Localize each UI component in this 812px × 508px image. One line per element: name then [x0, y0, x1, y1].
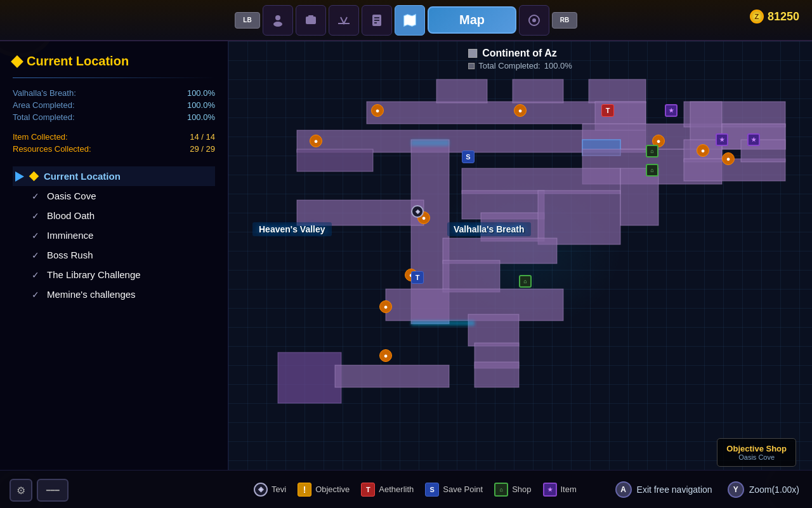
map-icon-collectible-10: ● [379, 349, 392, 362]
location-item-oasis[interactable]: ✓ Oasis Cove [13, 186, 215, 206]
location-name-boss: Boss Rush [47, 250, 93, 260]
gold-icon: Z [750, 10, 764, 23]
exit-nav-label: Exit free navigation [637, 485, 712, 495]
valhallas-breath-label: Valhalla's Breath [447, 222, 531, 236]
nav-quest-button[interactable] [362, 5, 392, 36]
play-icon [15, 171, 24, 182]
legend-save-point: S Save Point [425, 483, 483, 497]
map-icon-shop-1: ⌂ [646, 145, 658, 157]
legend-item-icon: ★ [543, 483, 557, 497]
legend-save-icon: S [425, 483, 439, 497]
continent-name: Continent of Az [468, 48, 572, 59]
map-icon-save-2: T [411, 271, 424, 284]
map-icon-collectible-6: ● [722, 152, 735, 165]
section-title: Current Location [13, 54, 215, 69]
legend-objective-label: Objective [315, 485, 350, 494]
exit-nav-hint: A Exit free navigation [615, 481, 712, 498]
location-name-imminence: Imminence [47, 230, 93, 241]
svg-rect-33 [443, 238, 557, 264]
svg-rect-21 [297, 149, 373, 171]
map-icon-collectible-2: ● [514, 104, 527, 117]
map-icon-collectible-1: ● [371, 104, 384, 117]
check-icon-library: ✓ [30, 270, 41, 280]
legend-tevi-label: Tevi [272, 485, 286, 494]
location-name-blood: Blood Oath [47, 210, 95, 221]
check-icon-memine: ✓ [30, 290, 41, 300]
location-item-memine[interactable]: ✓ Memine's challenges [13, 284, 215, 304]
svg-rect-32 [620, 168, 658, 225]
location-item-imminence[interactable]: ✓ Imminence [13, 225, 215, 245]
location-item-library[interactable]: ✓ The Library Challenge [13, 265, 215, 284]
map-total-completed: Total Completed: 100.0% [468, 61, 572, 70]
legend-aether-label: Aetherlith [379, 485, 414, 494]
svg-point-9 [532, 18, 536, 22]
nav-extra-button[interactable] [519, 5, 549, 36]
svg-rect-40 [335, 365, 449, 387]
rb-button[interactable]: RB [552, 12, 577, 29]
bottom-bar: ◈ Tevi ! Objective T Aetherlith S Save P… [0, 470, 812, 508]
section-divider [13, 77, 215, 78]
items-stat: Item Collected: 14 / 14 [13, 132, 215, 142]
nav-items-button[interactable] [296, 5, 326, 36]
objective-shop-title: Objective Shop [726, 444, 787, 453]
map-legend: ◈ Tevi ! Objective T Aetherlith S Save P… [254, 483, 577, 497]
svg-rect-11 [436, 79, 487, 103]
zoom-nav-label: Zoom(1.00x) [749, 485, 799, 495]
nav-skills-button[interactable] [329, 5, 359, 36]
check-icon-oasis: ✓ [30, 191, 41, 201]
map-icon-collectible-9: ● [379, 300, 392, 313]
svg-rect-41 [411, 321, 475, 326]
a-button[interactable]: A [615, 481, 632, 498]
map-icon-item-3: ★ [716, 133, 728, 146]
location-name-memine: Memine's challenges [47, 289, 136, 300]
map-icon-shop-3: ⌂ [519, 275, 532, 288]
map-icon-item-2: ★ [747, 133, 760, 146]
svg-rect-36 [468, 314, 519, 346]
y-button[interactable]: Y [728, 481, 744, 498]
svg-rect-38 [475, 362, 519, 387]
legend-item: ★ Item [543, 483, 577, 497]
nav-character-button[interactable] [263, 5, 293, 36]
svg-rect-34 [443, 260, 500, 292]
svg-rect-13 [589, 79, 646, 103]
location-item-blood[interactable]: ✓ Blood Oath [13, 206, 215, 225]
svg-point-0 [275, 15, 280, 20]
svg-point-1 [273, 22, 282, 27]
legend-aether-icon: T [361, 483, 375, 497]
location-item-current[interactable]: Current Location [13, 166, 215, 186]
map-area: Continent of Az Total Completed: 100.0% [228, 41, 812, 470]
svg-rect-28 [462, 168, 620, 194]
left-panel: Current Location Valhalla's Breath: 100.… [0, 41, 228, 470]
map-icon-aether-1: T [601, 104, 614, 117]
map-icon-collectible-5: ● [697, 144, 709, 157]
legend-shop: ⌂ Shop [494, 483, 531, 497]
total-completed-stat: Total Completed: 100.0% [13, 112, 215, 122]
map-icon-shop-2: ⌂ [646, 164, 658, 177]
map-info: Continent of Az Total Completed: 100.0% [468, 48, 572, 70]
legend-objective: ! Objective [298, 483, 350, 497]
area-completed-stat: Area Completed: 100.0% [13, 100, 215, 110]
settings-button[interactable]: ⚙ [10, 479, 32, 502]
options-button[interactable]: ━━━ [37, 479, 69, 502]
diamond-icon [11, 55, 23, 68]
area-stats: Valhalla's Breath: 100.0% Area Completed… [13, 88, 215, 122]
legend-shop-icon: ⌂ [494, 483, 508, 497]
objective-shop-subtitle: Oasis Cove [726, 453, 787, 461]
continent-box-icon [468, 49, 477, 58]
location-item-boss[interactable]: ✓ Boss Rush [13, 245, 215, 265]
map-title: Map [428, 6, 516, 34]
svg-rect-12 [513, 79, 563, 103]
resources-stat: Resources Collected: 29 / 29 [13, 144, 215, 154]
map-icon-item-1: ★ [665, 104, 678, 117]
gold-amount: 81250 [768, 10, 799, 23]
svg-rect-3 [308, 15, 313, 18]
top-navigation-bar: LB Map [0, 0, 812, 41]
lb-button[interactable]: LB [235, 12, 260, 29]
nav-tabs: LB Map [235, 5, 577, 36]
location-name-library: The Library Challenge [47, 269, 141, 280]
collection-stats: Item Collected: 14 / 14 Resources Collec… [13, 132, 215, 154]
nav-map-button[interactable] [395, 5, 425, 36]
zoom-nav-hint: Y Zoom(1.00x) [728, 481, 799, 498]
svg-rect-39 [278, 352, 341, 403]
svg-rect-42 [411, 140, 449, 146]
